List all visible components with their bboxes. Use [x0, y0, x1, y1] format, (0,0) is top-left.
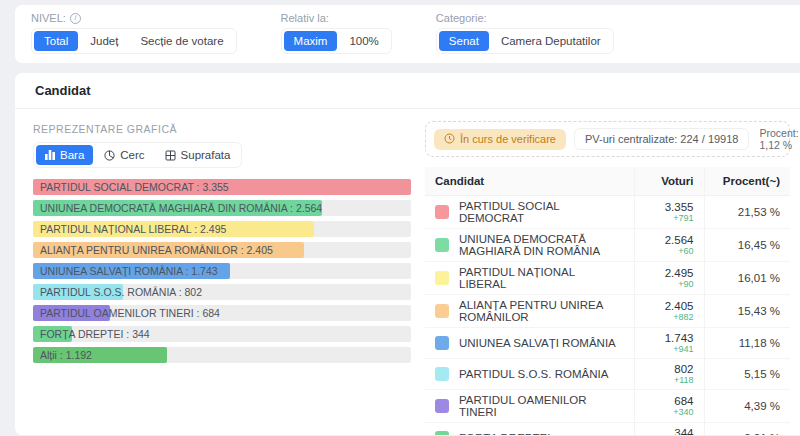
graphic-panel: REPREZENTARE GRAFICĂ Bara Cerc [33, 121, 411, 423]
bar-label: UNIUNEA SALVAȚI ROMÂNIA : 1.743 [40, 265, 218, 277]
bar-row[interactable]: PARTIDUL NAȚIONAL LIBERAL : 2.495 [33, 221, 411, 237]
mode-bara-button[interactable]: Bara [36, 145, 93, 165]
party-color-swatch [435, 399, 449, 413]
nivel-label: NIVEL: i [31, 12, 237, 24]
percent-label: Procent: 1,12 % [759, 127, 798, 151]
status-badge: În curs de verificare [434, 129, 566, 150]
graphic-label: REPREZENTARE GRAFICĂ [33, 123, 411, 135]
party-color-swatch [435, 304, 449, 318]
bar-row[interactable]: UNIUNEA SALVAȚI ROMÂNIA : 1.743 [33, 263, 411, 279]
info-icon[interactable]: i [70, 13, 81, 24]
percent-value: 5,15 % [704, 359, 790, 390]
categorie-segmented: Senat Camera Deputatilor [436, 28, 614, 54]
party-name: PARTIDUL S.O.S. ROMÂNIA [459, 368, 608, 380]
party-name: FORȚA DREPTEI [459, 432, 550, 435]
votes-value: 684 [645, 395, 694, 407]
votes-delta: +941 [645, 344, 694, 354]
votes-delta: +340 [645, 407, 694, 417]
bar-row[interactable]: FORȚA DREPTEI : 344 [33, 326, 411, 342]
party-name: ALIANȚA PENTRU UNIREA ROMÂNILOR [459, 299, 624, 323]
table-row[interactable]: PARTIDUL NAȚIONAL LIBERAL 2.495+90 16,01… [425, 262, 790, 295]
party-name: UNIUNEA DEMOCRATĂ MAGHIARĂ DIN ROMÂNIA [459, 233, 624, 257]
mode-suprafata-button[interactable]: Suprafata [156, 145, 240, 165]
votes-value: 2.405 [645, 300, 694, 312]
party-color-swatch [435, 336, 449, 350]
party-name: PARTIDUL SOCIAL DEMOCRAT [459, 200, 624, 224]
table-header-row: Candidat Voturi Procent(~) [425, 167, 790, 196]
col-voturi: Voturi [634, 167, 704, 196]
table-row[interactable]: PARTIDUL S.O.S. ROMÂNIA 802+118 5,15 % [425, 359, 790, 390]
graphic-mode-switcher: Bara Cerc Suprafata [33, 142, 242, 168]
bar-row[interactable]: UNIUNEA DEMOCRATĂ MAGHIARĂ DIN ROMÂNIA :… [33, 200, 411, 216]
bar-chart-icon [45, 150, 55, 160]
percent-value: 4,39 % [704, 390, 790, 423]
votes-delta: +882 [645, 312, 694, 322]
nivel-segmented: Total Județ Secție de votare [31, 28, 237, 54]
party-name: PARTIDUL OAMENILOR TINERI [459, 394, 624, 418]
party-color-swatch [435, 431, 449, 435]
option-senat[interactable]: Senat [439, 31, 489, 51]
table-row[interactable]: FORȚA DREPTEI 344+69 2,21 % [425, 423, 790, 436]
table-row[interactable]: ALIANȚA PENTRU UNIREA ROMÂNILOR 2.405+88… [425, 295, 790, 328]
votes-value: 802 [645, 363, 694, 375]
relativ-group: Relativ la: Maxim 100% [281, 12, 392, 54]
bar-label: FORȚA DREPTEI : 344 [40, 328, 150, 340]
option-judet[interactable]: Județ [80, 31, 128, 51]
bar-label: ALIANȚA PENTRU UNIREA ROMÂNILOR : 2.405 [40, 244, 273, 256]
option-100-percent[interactable]: 100% [339, 31, 388, 51]
bar-label: PARTIDUL NAȚIONAL LIBERAL : 2.495 [40, 223, 226, 235]
mode-cerc-label: Cerc [120, 149, 144, 161]
bar-label: PARTIDUL S.O.S. ROMÂNIA : 802 [40, 286, 202, 298]
bar-row[interactable]: PARTIDUL S.O.S. ROMÂNIA : 802 [33, 284, 411, 300]
party-name: UNIUNEA SALVAȚI ROMÂNIA [459, 337, 616, 349]
clock-icon [444, 133, 455, 146]
bar-label: PARTIDUL OAMENILOR TINERI : 684 [40, 307, 220, 319]
bar-row[interactable]: PARTIDUL OAMENILOR TINERI : 684 [33, 305, 411, 321]
party-color-swatch [435, 271, 449, 285]
categorie-label-text: Categorie: [436, 12, 487, 24]
categorie-group: Categorie: Senat Camera Deputatilor [436, 12, 614, 54]
bar-label: PARTIDUL SOCIAL DEMOCRAT : 3.355 [40, 181, 229, 193]
bar-row[interactable]: PARTIDUL SOCIAL DEMOCRAT : 3.355 [33, 179, 411, 195]
bar-label: UNIUNEA DEMOCRATĂ MAGHIARĂ DIN ROMÂNIA :… [40, 202, 322, 214]
votes-delta: +118 [645, 375, 694, 385]
results-table: Candidat Voturi Procent(~) PARTIDUL SOCI… [425, 167, 790, 435]
filter-bar: NIVEL: i Total Județ Secție de votare Re… [14, 4, 800, 64]
mode-bara-label: Bara [60, 149, 84, 161]
votes-value: 3.355 [645, 201, 694, 213]
nivel-label-text: NIVEL: [31, 12, 66, 24]
option-sectie-de-votare[interactable]: Secție de votare [130, 31, 233, 51]
votes-delta: +90 [645, 279, 694, 289]
nivel-group: NIVEL: i Total Județ Secție de votare [31, 12, 237, 54]
percent-value: 11,18 % [704, 328, 790, 359]
bar-row[interactable]: Alții : 1.192 [33, 347, 411, 363]
area-chart-icon [165, 150, 176, 161]
bar-chart: PARTIDUL SOCIAL DEMOCRAT : 3.355 UNIUNEA… [33, 179, 411, 363]
table-row[interactable]: UNIUNEA DEMOCRATĂ MAGHIARĂ DIN ROMÂNIA 2… [425, 229, 790, 262]
votes-value: 2.564 [645, 234, 694, 246]
table-row[interactable]: PARTIDUL SOCIAL DEMOCRAT 3.355+791 21,53… [425, 196, 790, 229]
percent-block: Procent: 1,12 % [757, 127, 798, 151]
option-maxim[interactable]: Maxim [284, 31, 338, 51]
relativ-label-text: Relativ la: [281, 12, 329, 24]
table-row[interactable]: PARTIDUL OAMENILOR TINERI 684+340 4,39 % [425, 390, 790, 423]
votes-delta: +60 [645, 246, 694, 256]
percent-value: 2,21 % [704, 423, 790, 436]
centralization-status: În curs de verificare PV-uri centralizat… [425, 121, 790, 157]
results-panel: În curs de verificare PV-uri centralizat… [425, 121, 790, 423]
pie-chart-icon [104, 150, 115, 161]
percent-value: 16,45 % [704, 229, 790, 262]
table-row[interactable]: UNIUNEA SALVAȚI ROMÂNIA 1.743+941 11,18 … [425, 328, 790, 359]
mode-cerc-button[interactable]: Cerc [95, 145, 153, 165]
page-title: Candidat [15, 73, 800, 109]
pv-centralizate: PV-uri centralizate: 224 / 19918 [574, 128, 749, 150]
option-total[interactable]: Total [34, 31, 78, 51]
bar-row[interactable]: ALIANȚA PENTRU UNIREA ROMÂNILOR : 2.405 [33, 242, 411, 258]
votes-value: 344 [645, 427, 694, 435]
col-candidat: Candidat [425, 167, 634, 196]
bar-label: Alții : 1.192 [40, 349, 92, 361]
relativ-label: Relativ la: [281, 12, 392, 24]
percent-value: 16,01 % [704, 262, 790, 295]
option-camera-deputatilor[interactable]: Camera Deputatilor [491, 31, 611, 51]
relativ-segmented: Maxim 100% [281, 28, 392, 54]
